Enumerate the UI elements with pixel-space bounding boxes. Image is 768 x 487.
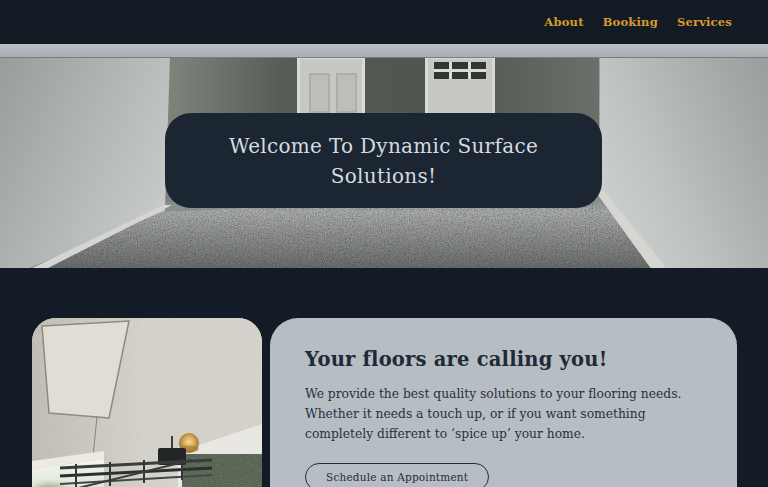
hero-photo: Welcome To Dynamic Surface Solutions! — [0, 44, 768, 268]
garage-photo-art — [32, 318, 262, 487]
hero-title: Welcome To Dynamic Surface Solutions! — [209, 131, 559, 191]
nav-link-booking[interactable]: Booking — [603, 15, 658, 29]
site-header: About Booking Services — [0, 0, 768, 44]
nav-link-services[interactable]: Services — [677, 15, 732, 29]
page: About Booking Services — [0, 0, 768, 487]
hero-title-card: Welcome To Dynamic Surface Solutions! — [165, 113, 602, 208]
intro-body: We provide the best quality solutions to… — [305, 384, 701, 444]
schedule-appointment-button[interactable]: Schedule an Appointment — [305, 463, 489, 487]
main-nav: About Booking Services — [544, 15, 768, 29]
hero-ceiling — [0, 44, 768, 58]
garage-photo — [32, 318, 262, 487]
intro-card: Your floors are calling you! We provide … — [270, 318, 737, 487]
nav-link-about[interactable]: About — [544, 15, 583, 29]
intro-heading: Your floors are calling you! — [305, 348, 701, 371]
